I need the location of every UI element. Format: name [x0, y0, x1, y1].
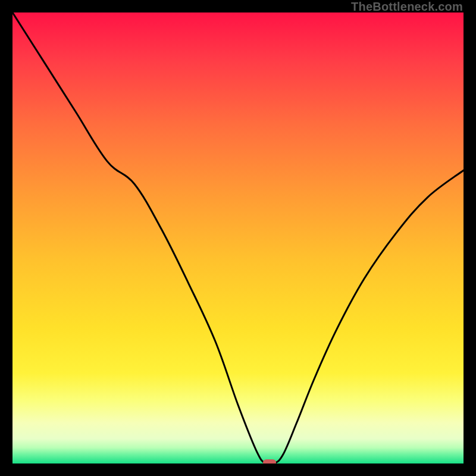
- bottleneck-curve: [12, 12, 464, 464]
- watermark-label: TheBottleneck.com: [351, 0, 463, 14]
- bottleneck-marker: [263, 459, 276, 464]
- plot-area: [12, 12, 464, 464]
- chart-frame: TheBottleneck.com: [0, 0, 476, 476]
